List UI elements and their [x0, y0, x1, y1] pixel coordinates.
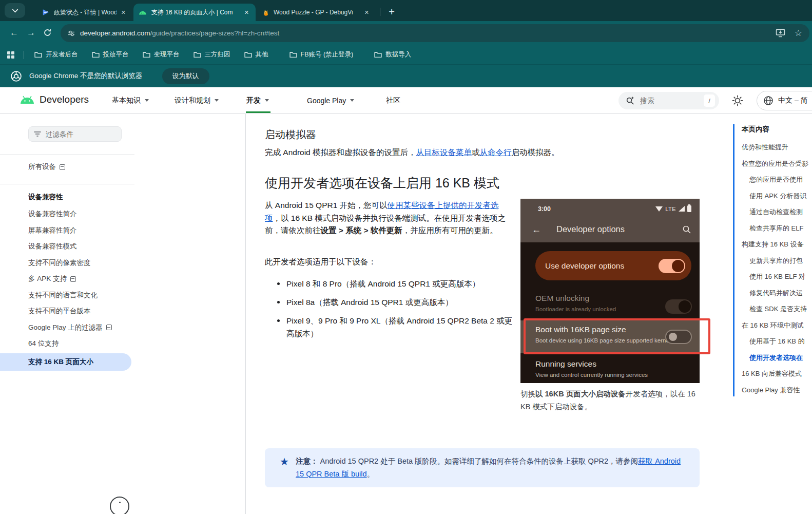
toc-item[interactable]: 使用 16 KB ELF 对	[749, 272, 805, 281]
browser-tab-debugview[interactable]: Wood Puzzle - GP - DebugVi ✕	[258, 4, 376, 21]
toc-item[interactable]: 检查 SDK 是否支持	[749, 304, 807, 314]
nav-develop-active[interactable]: 开发	[246, 87, 269, 113]
banner-message: Google Chrome 不是您的默认浏览器	[29, 71, 143, 81]
active-nav-underline	[246, 111, 270, 113]
bookmarks-divider	[24, 51, 24, 59]
nav-design-plan[interactable]: 设计和规划	[175, 87, 219, 113]
link-command-line[interactable]: 从命令行	[480, 148, 512, 157]
use-developer-options-row[interactable]: Use developer options	[535, 251, 691, 280]
apps-grid-icon[interactable]	[7, 51, 14, 59]
browser-tab-policy-status[interactable]: 政策状态 - 详情 | Wood Puzzle ✕	[37, 4, 132, 21]
set-default-button[interactable]: 设为默认	[162, 68, 209, 84]
bookmark-star-icon[interactable]: ☆	[795, 28, 802, 39]
sidebar-item[interactable]: 多 APK 支持	[28, 274, 76, 283]
toc-item[interactable]: 您的应用是否使用	[749, 175, 803, 184]
oem-unlocking-row[interactable]: OEM unlocking Bootloader is already unlo…	[535, 294, 692, 319]
boot-16kb-row[interactable]: Boot with 16KB page size Boot device usi…	[535, 325, 692, 349]
close-icon[interactable]: ✕	[243, 9, 250, 16]
site-info-icon[interactable]	[68, 30, 75, 37]
sidebar-item-label: 支持不同的平台版本	[28, 307, 91, 316]
sidebar-item[interactable]: 设备兼容性简介	[28, 210, 77, 219]
toc-item[interactable]: 检查共享库的 ELF	[749, 224, 803, 233]
bookmark-folder[interactable]: 变现平台	[143, 50, 180, 59]
bookmark-folder[interactable]: 投放平台	[92, 50, 129, 59]
toc-item[interactable]: 修复代码并解决运	[749, 289, 803, 298]
sidebar-item-16kb-active[interactable]: 支持 16 KB 页面大小	[0, 353, 131, 371]
filter-input[interactable]	[46, 130, 107, 138]
close-icon[interactable]: ✕	[363, 9, 371, 16]
url-host: developer.android.com	[80, 29, 150, 37]
paragraph-emulator: 完成 Android 模拟器和虚拟设备的设置后，从目标设备菜单或从命令行启动模拟…	[265, 146, 706, 159]
bookmark-folder[interactable]: 数据导入	[374, 50, 411, 59]
toc-accent-bar	[733, 124, 734, 396]
tab-search-button[interactable]	[5, 3, 25, 18]
sidebar-item-label: 设备兼容性简介	[28, 210, 77, 219]
bold-text: 以 16KB 页面大小启动设备	[535, 390, 626, 398]
bookmark-folder[interactable]: 其他	[244, 50, 268, 59]
link-target-device-menu[interactable]: 从目标设备菜单	[416, 148, 472, 157]
toc-item-active[interactable]: 使用开发者选项在	[749, 353, 803, 363]
toggle-on[interactable]	[659, 259, 685, 273]
toc-item[interactable]: Google Play 兼容性	[742, 386, 800, 395]
sidebar-collapse-button[interactable]	[110, 497, 129, 514]
toc-item[interactable]: 使用 APK 分析器识	[749, 192, 806, 201]
search-icon[interactable]	[682, 225, 691, 234]
filter-box[interactable]	[28, 126, 122, 142]
tab-separator	[380, 8, 380, 16]
phone-screen-title: Developer options	[556, 224, 625, 234]
text: Android 15 QPR2 处于 Beta 版阶段。如需详细了解如何在符合条…	[318, 457, 639, 465]
browser-toolbar: ← → developer.android.com/guide/practice…	[0, 21, 812, 45]
bookmark-label: 变现平台	[154, 50, 180, 59]
refresh-icon[interactable]	[43, 28, 52, 37]
star-icon: ★	[280, 455, 289, 468]
theme-toggle-sun-icon[interactable]	[731, 94, 744, 107]
back-icon[interactable]: ←	[10, 27, 18, 39]
search-input[interactable]	[640, 97, 697, 105]
toc-item[interactable]: 通过自动检查检测	[749, 207, 803, 217]
toc-item[interactable]: 构建支持 16 KB 设备	[742, 240, 804, 249]
toc-item[interactable]: 更新共享库的打包	[749, 256, 803, 265]
toc-item[interactable]: 优势和性能提升	[742, 143, 788, 152]
sidebar-item[interactable]: 支持不同的语言和文化	[28, 291, 98, 300]
nav-community[interactable]: 社区	[386, 87, 400, 113]
address-bar[interactable]: developer.android.com/guide/practices/pa…	[61, 24, 809, 42]
site-search[interactable]: /	[618, 92, 719, 109]
sidebar-item[interactable]: 支持不同的平台版本	[28, 307, 91, 316]
toc-item[interactable]: 检查您的应用是否受影	[742, 159, 808, 168]
developers-logo[interactable]: Developers	[20, 94, 89, 105]
language-selector[interactable]: 中文 – 简	[757, 91, 812, 110]
bookmark-folder[interactable]: 三方归因	[194, 50, 230, 59]
sidebar-divider	[0, 155, 134, 155]
close-icon[interactable]: ✕	[120, 9, 127, 16]
toc-title: 本页内容	[742, 125, 769, 134]
install-icon[interactable]	[776, 29, 785, 37]
search-icon	[626, 96, 635, 105]
toc-item[interactable]: 使用基于 16 KB 的	[749, 337, 805, 346]
bookmark-folder[interactable]: FB账号 (禁止登录)	[289, 50, 354, 59]
bookmark-folder[interactable]: 开发者后台	[34, 50, 78, 59]
sidebar-item[interactable]: 64 位支持	[28, 339, 59, 348]
text: ，并应用所有可用的更新。	[402, 226, 498, 235]
nav-essentials[interactable]: 基本知识	[112, 87, 149, 113]
nav-google-play[interactable]: Google Play	[307, 87, 354, 113]
note-text: 注意： Android 15 QPR2 处于 Beta 版阶段。如需详细了解如何…	[296, 455, 687, 480]
sidebar-item[interactable]: 支持不同的像素密度	[28, 258, 91, 268]
new-tab-button[interactable]: +	[384, 4, 399, 20]
android-icon	[139, 10, 147, 15]
toc-item[interactable]: 在 16 KB 环境中测试	[742, 321, 804, 330]
forward-icon[interactable]: →	[27, 27, 35, 39]
sidebar-item[interactable]: Google Play 上的过滤器	[28, 323, 112, 332]
content-divider	[245, 114, 246, 514]
chrome-logo-icon	[10, 70, 22, 82]
sidebar-item[interactable]: 屏幕兼容性简介	[28, 226, 77, 235]
sidebar-item-all-devices[interactable]: 所有设备	[28, 162, 65, 172]
back-arrow-icon[interactable]: ←	[532, 224, 541, 235]
toggle-off[interactable]	[665, 330, 692, 344]
toggle-on-disabled[interactable]	[665, 299, 692, 314]
sidebar-item[interactable]: 设备兼容性模式	[28, 242, 77, 251]
nav-label: 设计和规划	[175, 96, 210, 105]
browser-tab-page-sizes-active[interactable]: 支持 16 KB 的页面大小 | Com ✕	[133, 4, 256, 21]
chevron-down-icon	[12, 8, 18, 14]
running-services-row[interactable]: Running services View and control curren…	[535, 359, 692, 383]
toc-item[interactable]: 16 KB 向后兼容模式	[742, 369, 802, 378]
